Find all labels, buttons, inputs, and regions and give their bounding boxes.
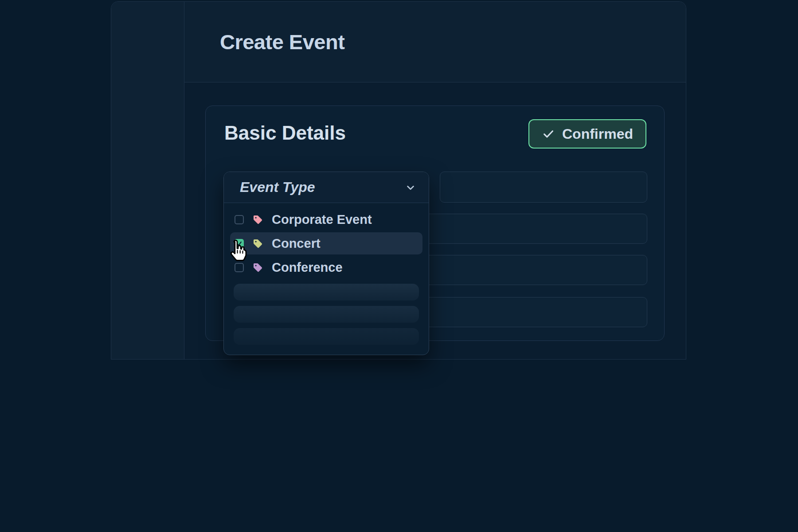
checkbox-unchecked[interactable] (235, 215, 244, 224)
option-label: Concert (272, 236, 321, 251)
page-title: Create Event (220, 30, 344, 54)
option-concert[interactable]: Concert (230, 232, 422, 254)
page-header: Create Event (184, 2, 686, 82)
basic-details-card: Basic Details Confirmed Event Type (205, 106, 665, 341)
skeleton-placeholder (234, 306, 419, 323)
app-window: Create Event Basic Details Confirmed Eve… (111, 1, 686, 360)
status-badge-label: Confirmed (562, 126, 633, 142)
option-corporate-event[interactable]: Corporate Event (230, 208, 422, 231)
skeleton-placeholder (234, 328, 419, 345)
check-icon (542, 127, 555, 141)
option-label: Conference (272, 260, 343, 275)
chevron-down-icon (405, 182, 416, 193)
card-title: Basic Details (224, 122, 346, 144)
skeleton-placeholder (234, 284, 419, 301)
sidebar (111, 2, 184, 359)
option-label: Corporate Event (272, 212, 372, 227)
dropdown-option-list: Corporate Event Concert (224, 203, 429, 355)
tag-icon (253, 215, 263, 225)
option-conference[interactable]: Conference (230, 256, 422, 278)
checkbox-checked[interactable] (235, 239, 244, 248)
main-content: Basic Details Confirmed Event Type (184, 82, 686, 359)
tag-icon (253, 262, 263, 273)
dropdown-label: Event Type (240, 179, 315, 196)
event-type-dropdown-panel: Event Type Corporate Event (223, 172, 429, 355)
event-type-dropdown-trigger[interactable]: Event Type (224, 172, 429, 203)
input-field-1[interactable] (440, 172, 647, 203)
checkbox-unchecked[interactable] (235, 263, 244, 272)
tag-icon (253, 239, 263, 249)
confirmed-status-badge[interactable]: Confirmed (528, 119, 646, 149)
